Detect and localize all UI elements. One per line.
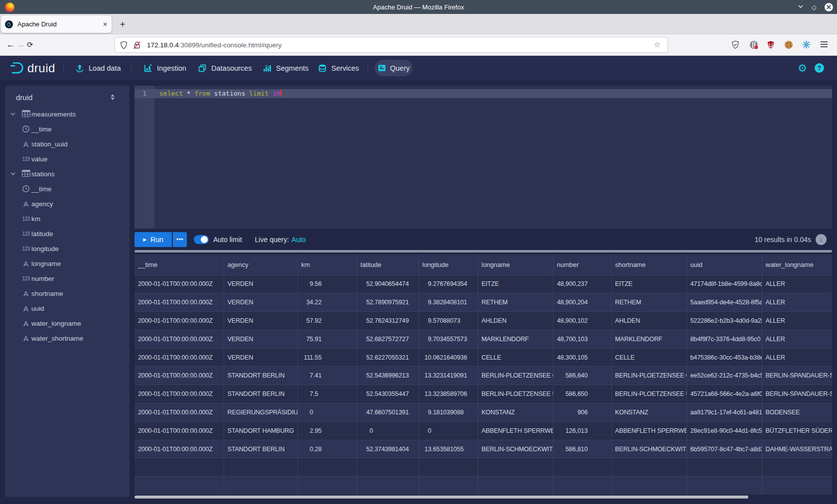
table-cell[interactable]: 2000-01-01T00:00:00.000Z bbox=[135, 348, 224, 367]
table-cell[interactable]: 9.3828408101 bbox=[418, 293, 478, 312]
column-header-longitude[interactable]: longitude bbox=[418, 254, 478, 275]
multi-account-icon[interactable] bbox=[802, 40, 811, 51]
column-header-shortname[interactable]: shortname bbox=[611, 254, 687, 275]
table-cell[interactable]: BERLIN-SCHMOECKWITZ UP bbox=[478, 440, 553, 458]
table-cell[interactable]: ALLER bbox=[762, 312, 832, 330]
schema-column-value[interactable]: 123value bbox=[5, 151, 130, 166]
table-cell[interactable]: 47.6607501391 bbox=[357, 403, 418, 422]
table-cell[interactable]: 0.00 bbox=[297, 403, 357, 422]
table-cell[interactable]: 10.0621640936 bbox=[418, 348, 478, 367]
url-text[interactable]: 172.18.0.4:30899/unified-console.html#qu… bbox=[147, 41, 281, 49]
browser-tab[interactable]: Apache Druid ✕ bbox=[1, 15, 112, 33]
table-cell[interactable]: RETHEM bbox=[611, 293, 687, 312]
table-cell[interactable]: 13.6535810550 bbox=[418, 440, 478, 458]
table-cell[interactable]: MARKLENDORF bbox=[611, 330, 687, 348]
table-cell[interactable]: BERLIN-PLOETZENSEE OW bbox=[478, 367, 553, 385]
table-cell[interactable]: 7.50 bbox=[297, 385, 357, 403]
table-cell[interactable]: VERDEN bbox=[224, 348, 297, 367]
table-cell[interactable]: 8b4f9f7c-3376-4dd8-95c0 bbox=[687, 330, 762, 348]
table-cell[interactable]: 48,700,103 bbox=[553, 330, 611, 348]
run-more-button[interactable]: ••• bbox=[173, 232, 187, 247]
table-scrollbar-top[interactable] bbox=[135, 250, 832, 252]
table-cell[interactable]: DAHME-WASSERSTRASSE bbox=[762, 440, 832, 458]
table-cell[interactable]: BERLIN-SCHMOECKWITZ UP bbox=[611, 440, 687, 458]
nav-item-services[interactable]: Services bbox=[318, 56, 359, 80]
table-cell[interactable]: ALLER bbox=[762, 348, 832, 367]
live-query-value[interactable]: Auto bbox=[291, 236, 306, 244]
tab-close-icon[interactable]: ✕ bbox=[103, 21, 108, 28]
schema-column-latitude[interactable]: 123latitude bbox=[5, 226, 130, 241]
table-cell[interactable]: EITZE bbox=[478, 275, 553, 293]
column-header-agency[interactable]: agency bbox=[224, 254, 297, 275]
nav-item-datasources[interactable]: Datasources bbox=[198, 56, 252, 80]
schema-column-km[interactable]: 123km bbox=[5, 211, 130, 226]
druid-logo-icon[interactable] bbox=[10, 56, 25, 80]
table-cell[interactable]: 2000-01-01T00:00:00.000Z bbox=[135, 403, 224, 422]
table-cell[interactable]: 9.7034557573 bbox=[418, 330, 478, 348]
pocket-shield-icon[interactable] bbox=[731, 40, 739, 51]
schema-column-number[interactable]: 123number bbox=[5, 271, 130, 286]
table-cell[interactable]: 2000-01-01T00:00:00.000Z bbox=[135, 367, 224, 385]
table-cell[interactable]: BERLIN-SPANDAUER-SCHIFFFAHRTSKANAL bbox=[762, 385, 832, 403]
insecure-lock-icon[interactable] bbox=[133, 41, 141, 49]
schema-sort-icon[interactable] bbox=[111, 94, 115, 100]
column-header-number[interactable]: number bbox=[553, 254, 611, 275]
table-cell[interactable]: 52.5430355447 bbox=[357, 385, 418, 403]
table-cell[interactable]: STANDORT HAMBURG bbox=[224, 421, 297, 440]
table-cell[interactable]: 52.9040654474 bbox=[357, 275, 418, 293]
schema-column-water_longname[interactable]: Awater_longname bbox=[5, 316, 130, 331]
table-cell[interactable]: KONSTANZ bbox=[478, 403, 553, 422]
table-cell[interactable]: AHLDEN bbox=[611, 312, 687, 330]
sql-query-text[interactable]: select * from stations limit 10 bbox=[159, 89, 281, 98]
extension-icon[interactable] bbox=[749, 40, 758, 51]
table-scrollbar-bottom[interactable] bbox=[135, 496, 748, 499]
schema-column-__time[interactable]: __time bbox=[5, 181, 130, 196]
table-cell[interactable]: 52.7890975921 bbox=[357, 293, 418, 312]
cookie-icon[interactable] bbox=[784, 40, 793, 51]
window-minimize-icon[interactable] bbox=[798, 3, 804, 10]
table-cell[interactable]: MARKLENDORF bbox=[478, 330, 553, 348]
nav-item-query[interactable]: Query bbox=[375, 60, 413, 76]
table-cell[interactable]: BERLIN-PLOETZENSEE UW bbox=[478, 385, 553, 403]
table-cell[interactable]: 13.3231419091 bbox=[418, 367, 478, 385]
table-cell[interactable]: STANDORT BERLIN bbox=[224, 385, 297, 403]
table-cell[interactable]: 48,900,204 bbox=[553, 293, 611, 312]
table-cell[interactable]: aa9179c1-17ef-4c61-a481 bbox=[687, 403, 762, 422]
table-cell[interactable]: BODENSEE bbox=[762, 403, 832, 422]
reload-icon[interactable]: ⟳ bbox=[27, 34, 33, 55]
table-cell[interactable]: 45721a68-566c-4e2a-a6f0 bbox=[687, 385, 762, 403]
table-cell[interactable]: EITZE bbox=[611, 275, 687, 293]
forward-icon[interactable]: → bbox=[16, 34, 25, 55]
table-cell[interactable]: RETHEM bbox=[478, 293, 553, 312]
sql-editor[interactable]: 1 select * from stations limit 10 bbox=[135, 86, 832, 229]
menu-icon[interactable] bbox=[820, 41, 828, 50]
schema-column-shortname[interactable]: Ashortname bbox=[5, 286, 130, 301]
schema-column-longitude[interactable]: 123longitude bbox=[5, 241, 130, 256]
table-cell[interactable]: VERDEN bbox=[224, 312, 297, 330]
table-cell[interactable]: 586,650 bbox=[553, 385, 611, 403]
table-cell[interactable]: 2000-01-01T00:00:00.000Z bbox=[135, 275, 224, 293]
schema-column-station_uuid[interactable]: Astation_uuid bbox=[5, 136, 130, 151]
schema-table-measurements[interactable]: measurements bbox=[5, 107, 130, 122]
table-cell[interactable]: 0.0000000000 bbox=[418, 421, 478, 440]
druid-brand[interactable]: druid bbox=[27, 56, 55, 80]
table-cell[interactable]: 52.6827572727 bbox=[357, 330, 418, 348]
new-tab-button[interactable]: + bbox=[116, 17, 130, 31]
table-cell[interactable]: 7.41 bbox=[297, 367, 357, 385]
settings-gear-icon[interactable]: ⚙ bbox=[798, 56, 807, 80]
table-cell[interactable]: ABBENFLETH SPERRWERK AP bbox=[611, 421, 687, 440]
run-button[interactable]: ▶ Run bbox=[135, 232, 172, 247]
column-header-km[interactable]: km bbox=[297, 254, 357, 275]
schema-column-agency[interactable]: Aagency bbox=[5, 196, 130, 211]
column-header-__time[interactable]: __time bbox=[135, 254, 224, 275]
nav-item-segments[interactable]: Segments bbox=[263, 56, 308, 80]
column-header-longname[interactable]: longname bbox=[478, 254, 553, 275]
table-cell[interactable]: CELLE bbox=[478, 348, 553, 367]
table-cell[interactable]: AHLDEN bbox=[478, 312, 553, 330]
table-cell[interactable]: 9.5708807300 bbox=[418, 312, 478, 330]
window-maximize-icon[interactable]: ◇ bbox=[812, 4, 817, 10]
table-cell[interactable]: 48,900,102 bbox=[553, 312, 611, 330]
table-cell[interactable]: BÜTZFLETHER SÜDERELBE bbox=[762, 421, 832, 440]
table-cell[interactable]: 586,810 bbox=[553, 440, 611, 458]
table-cell[interactable]: CELLE bbox=[611, 348, 687, 367]
